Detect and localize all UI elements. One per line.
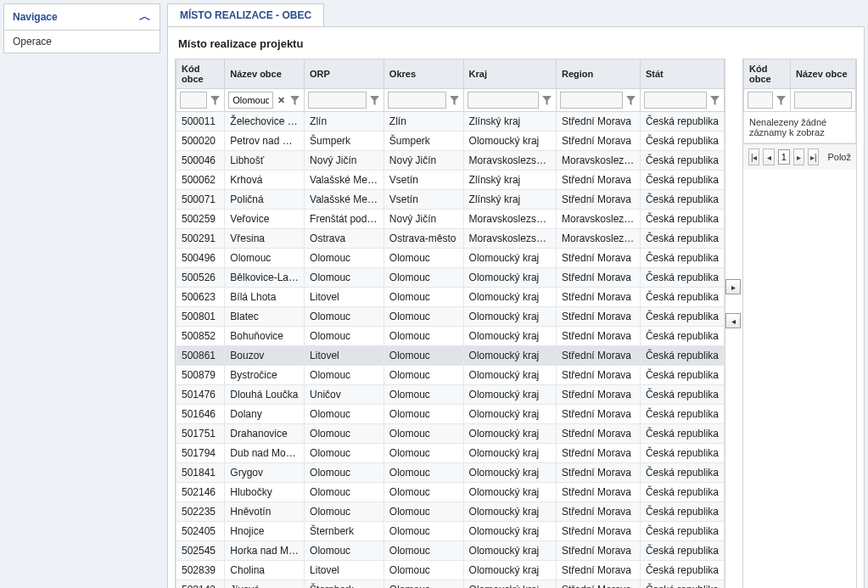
filter-input[interactable] bbox=[794, 92, 852, 109]
filter-icon[interactable] bbox=[449, 95, 460, 106]
col-header[interactable]: Kraj bbox=[463, 59, 556, 89]
table-row[interactable]: 500852BohuňoviceOlomoucOlomoucOlomoucký … bbox=[176, 327, 725, 346]
move-left-button[interactable]: ◂ bbox=[725, 313, 741, 328]
table-row[interactable]: 500011Želechovice nad...ZlínZlínZlínský … bbox=[176, 112, 725, 132]
table-row[interactable]: 500879BystročiceOlomoucOlomoucOlomoucký … bbox=[176, 366, 725, 385]
col-header[interactable]: Název obce bbox=[791, 59, 856, 89]
table-cell: Olomoucký kraj bbox=[463, 522, 556, 541]
filter-input[interactable] bbox=[560, 92, 623, 109]
table-row[interactable]: 502235HněvotínOlomoucOlomoucOlomoucký kr… bbox=[176, 502, 725, 522]
table-cell: Bystročice bbox=[225, 366, 305, 385]
col-header[interactable]: Stát bbox=[640, 59, 724, 89]
filter-input[interactable] bbox=[644, 92, 707, 109]
filter-input[interactable] bbox=[308, 92, 367, 109]
table-cell: Česká republika bbox=[640, 366, 724, 385]
table-row[interactable]: 500623Bílá LhotaLitovelOlomoucOlomoucký … bbox=[176, 288, 725, 307]
table-row[interactable]: 502146HlubočkyOlomoucOlomoucOlomoucký kr… bbox=[176, 483, 725, 502]
table-cell: 500879 bbox=[176, 366, 225, 385]
nav-header[interactable]: Navigace ︿ bbox=[4, 4, 160, 31]
table-row[interactable]: 501794Dub nad MoravouOlomoucOlomoucOlomo… bbox=[176, 444, 725, 463]
table-cell: Olomoucký kraj bbox=[463, 502, 556, 522]
table-cell: Střední Morava bbox=[556, 171, 640, 190]
table-row[interactable]: 501841GrygovOlomoucOlomoucOlomoucký kraj… bbox=[176, 463, 725, 483]
table-cell: Blatec bbox=[225, 307, 305, 327]
table-cell: Ostrava bbox=[305, 229, 384, 249]
table-row[interactable]: 503142JívováŠternberkOlomoucOlomoucký kr… bbox=[176, 580, 725, 589]
pager-prev-button[interactable]: ◂ bbox=[763, 148, 774, 165]
table-row[interactable]: 502545Horka nad Morav...OlomoucOlomoucOl… bbox=[176, 541, 725, 561]
pager-next-button[interactable]: ▸ bbox=[793, 148, 804, 165]
table-row[interactable]: 501476Dlouhá LoučkaUničovOlomoucOlomouck… bbox=[176, 385, 725, 405]
filter-icon[interactable] bbox=[541, 95, 552, 106]
col-header[interactable]: Kód obce bbox=[176, 59, 225, 89]
table-cell: 500046 bbox=[176, 151, 225, 171]
filter-icon[interactable] bbox=[369, 95, 380, 106]
sidebar-item-operace[interactable]: Operace bbox=[4, 31, 160, 53]
filter-input[interactable] bbox=[468, 92, 539, 109]
table-row[interactable]: 500020Petrov nad DesnouŠumperkŠumperkOlo… bbox=[176, 132, 725, 151]
clear-filter-icon[interactable]: ✕ bbox=[276, 95, 287, 106]
table-cell: Zlínský kraj bbox=[463, 190, 556, 210]
table-cell: Olomoucký kraj bbox=[463, 327, 556, 346]
filter-input[interactable] bbox=[748, 92, 773, 109]
table-cell: Olomouc bbox=[384, 307, 463, 327]
table-row[interactable]: 500526Bělkovice-LašťanyOlomoucOlomoucOlo… bbox=[176, 268, 725, 288]
table-row[interactable]: 500259VeřoviceFrenštát pod Rad...Nový Ji… bbox=[176, 210, 725, 229]
table-cell: Bělkovice-Lašťany bbox=[225, 268, 305, 288]
table-cell: Libhošť bbox=[225, 151, 305, 171]
table-row[interactable]: 500062KrhováValašské MeziříčíVsetínZlíns… bbox=[176, 171, 725, 190]
col-header[interactable]: Okres bbox=[384, 59, 463, 89]
filter-icon[interactable] bbox=[289, 95, 300, 106]
table-cell: Olomouc bbox=[384, 366, 463, 385]
col-header[interactable]: Název obce bbox=[225, 59, 305, 89]
table-cell: Česká republika bbox=[640, 346, 724, 366]
table-row[interactable]: 501646DolanyOlomoucOlomoucOlomoucký kraj… bbox=[176, 405, 725, 424]
table-cell: Vsetín bbox=[384, 171, 463, 190]
table-row[interactable]: 502405HnojiceŠternberkOlomoucOlomoucký k… bbox=[176, 522, 725, 541]
col-header[interactable]: Region bbox=[556, 59, 640, 89]
table-cell: Valašské Meziříčí bbox=[305, 171, 384, 190]
table-cell: Olomoucký kraj bbox=[463, 424, 556, 444]
table-cell: Olomouc bbox=[384, 385, 463, 405]
filter-icon[interactable] bbox=[210, 95, 221, 106]
table-row[interactable]: 500801BlatecOlomoucOlomoucOlomoucký kraj… bbox=[176, 307, 725, 327]
filter-icon[interactable] bbox=[625, 95, 636, 106]
table-cell: Střední Morava bbox=[556, 132, 640, 151]
table-row[interactable]: 502839CholinaLitovelOlomoucOlomoucký kra… bbox=[176, 561, 725, 580]
pager-page-number[interactable]: 1 bbox=[778, 149, 790, 165]
move-right-button[interactable]: ▸ bbox=[725, 279, 741, 294]
filter-icon[interactable] bbox=[776, 95, 787, 106]
filter-input[interactable] bbox=[228, 92, 273, 109]
filter-input[interactable] bbox=[180, 92, 207, 109]
table-cell: Litovel bbox=[305, 288, 384, 307]
table-row[interactable]: 500861BouzovLitovelOlomoucOlomoucký kraj… bbox=[176, 346, 725, 366]
table-row[interactable]: 500496OlomoucOlomoucOlomoucOlomoucký kra… bbox=[176, 249, 725, 268]
table-cell: Střední Morava bbox=[556, 483, 640, 502]
table-cell: 500011 bbox=[176, 112, 225, 132]
col-header[interactable]: ORP bbox=[305, 59, 384, 89]
table-cell: Šumperk bbox=[384, 132, 463, 151]
table-cell: Olomouc bbox=[384, 405, 463, 424]
pager-first-button[interactable]: |◂ bbox=[748, 148, 759, 165]
table-cell: Poličná bbox=[225, 190, 305, 210]
table-row[interactable]: 500291VřesinaOstravaOstrava-městoMoravsk… bbox=[176, 229, 725, 249]
tab-misto-realizace[interactable]: MÍSTO REALIZACE - OBEC bbox=[167, 3, 324, 26]
table-row[interactable]: 501751DrahanoviceOlomoucOlomoucOlomoucký… bbox=[176, 424, 725, 444]
pager-last-button[interactable]: ▸| bbox=[808, 148, 819, 165]
table-row[interactable]: 500046LibhošťNový JičínNový JičínMoravsk… bbox=[176, 151, 725, 171]
table-cell: Česká republika bbox=[640, 171, 724, 190]
selected-grid: Kód obce Název obce Nenalezeny žádné záz… bbox=[742, 59, 857, 588]
available-grid: Kód obceNázev obceORPOkresKrajRegionStát… bbox=[175, 59, 725, 588]
table-cell: Střední Morava bbox=[556, 463, 640, 483]
table-cell: Hněvotín bbox=[225, 502, 305, 522]
table-cell: Hlubočky bbox=[225, 483, 305, 502]
table-cell: Česká republika bbox=[640, 385, 724, 405]
table-row[interactable]: 500071PoličnáValašské MeziříčíVsetínZlín… bbox=[176, 190, 725, 210]
col-header[interactable]: Kód obce bbox=[744, 59, 791, 89]
filter-input[interactable] bbox=[388, 92, 446, 109]
table-cell: Střední Morava bbox=[556, 522, 640, 541]
table-cell: Olomouc bbox=[384, 541, 463, 561]
table-cell: Střední Morava bbox=[556, 444, 640, 463]
table-cell: Česká republika bbox=[640, 132, 724, 151]
filter-icon[interactable] bbox=[709, 95, 720, 106]
